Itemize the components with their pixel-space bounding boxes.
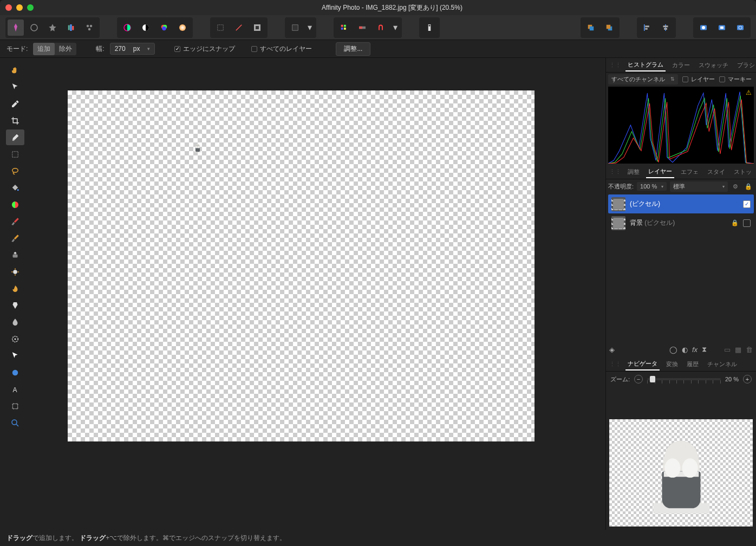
minimize-window-icon[interactable] [16,4,23,11]
opacity-select[interactable]: 100 % [637,182,667,191]
tonemap-persona-icon[interactable] [63,20,79,36]
gradient-tool-icon[interactable] [6,197,24,212]
histogram-channel-select[interactable]: すべてのチャンネル [608,74,678,84]
lock-icon[interactable]: 🔒 [743,183,754,190]
tab-adjustments[interactable]: 調整 [625,166,642,178]
grid-icon[interactable] [336,20,352,36]
mode-add-button[interactable]: 追加 [33,43,55,55]
slider-thumb-icon[interactable] [650,376,655,382]
develop-persona-icon[interactable] [44,20,61,36]
hist-layer-checkbox[interactable]: レイヤー [682,75,715,83]
invert-select-icon[interactable] [249,20,265,36]
zoom-tool-icon[interactable] [6,415,24,431]
pixel-grid-icon[interactable] [354,20,370,36]
fullscreen-window-icon[interactable] [27,4,34,11]
swatch-icon[interactable] [287,20,303,36]
shape-tool-icon[interactable] [6,365,24,380]
mode-sub-button[interactable]: 除外 [55,43,76,55]
layer-row[interactable]: (ピクセル) [608,194,754,213]
assistant-icon[interactable] [421,20,438,36]
selection-brush-tool-icon[interactable] [6,129,24,145]
dodge-brush-tool-icon[interactable] [6,264,24,280]
auto-colors-icon[interactable] [156,20,172,36]
canvas-viewport[interactable] [30,58,605,530]
adjustment-layer-icon[interactable]: ◐ [682,346,688,354]
tab-channels[interactable]: チャンネル [705,359,739,370]
zoom-in-button[interactable]: + [743,375,752,384]
layer-row[interactable]: 背景 (ピクセル) 🔒 [608,213,754,232]
align-center-icon[interactable] [657,20,674,36]
paint-brush-tool-icon[interactable] [6,213,24,229]
flood-fill-tool-icon[interactable] [6,180,24,196]
export-persona-icon[interactable] [81,20,97,36]
mask-layer-icon[interactable]: ◯ [669,346,677,354]
delete-layer-icon[interactable]: 🗑 [746,346,753,354]
swatch-dropdown-icon[interactable]: ▾ [305,20,314,36]
auto-contrast-icon[interactable] [138,20,154,36]
align-left-icon[interactable] [639,20,655,36]
move-tool-icon[interactable] [6,79,24,95]
navigator-preview[interactable] [609,419,753,526]
erase-brush-tool-icon[interactable] [6,230,24,246]
tab-styles[interactable]: スタイ [705,166,727,178]
snapping-dropdown-icon[interactable]: ▾ [391,20,400,36]
panel-grip-icon[interactable]: ⋮⋮ [609,361,621,368]
snap-checkbox[interactable]: エッジにスナップ [174,44,235,54]
liquify-persona-icon[interactable] [26,20,42,36]
tab-navigator[interactable]: ナビゲータ [625,358,660,370]
hist-marquee-checkbox[interactable]: マーキー [719,75,752,83]
quick-mask-icon[interactable] [714,20,730,36]
tab-layers[interactable]: レイヤー [646,166,674,178]
tab-transform[interactable]: 変換 [664,359,680,370]
zoom-slider[interactable] [647,378,721,380]
width-input[interactable]: 270 px [110,43,155,55]
lasso-tool-icon[interactable] [6,163,24,179]
mesh-warp-tool-icon[interactable] [6,398,24,414]
clone-brush-tool-icon[interactable] [6,247,24,263]
live-filter-icon[interactable]: ⧗ [702,345,707,354]
smudge-brush-tool-icon[interactable] [6,297,24,313]
text-tool-icon[interactable]: A [6,381,24,397]
all-layers-checkbox[interactable]: すべてのレイヤー [251,44,312,54]
tab-swatches[interactable]: スウォッチ [696,60,731,71]
gear-icon[interactable]: ⚙ [731,183,740,190]
warning-icon[interactable]: ⚠ [746,89,752,96]
tab-color[interactable]: カラー [670,60,692,71]
document-canvas[interactable] [68,90,535,441]
inpainting-brush-tool-icon[interactable] [6,331,24,347]
visibility-checkbox[interactable] [743,200,751,208]
add-layer-icon[interactable]: ▦ [735,346,741,354]
visibility-checkbox[interactable] [743,219,751,227]
burn-brush-tool-icon[interactable] [6,281,24,296]
panel-grip-icon[interactable]: ⋮⋮ [609,168,621,176]
snapping-icon[interactable] [373,20,389,36]
tab-stock[interactable]: ストッ [732,166,754,178]
panel-grip-icon[interactable]: ⋮⋮ [609,62,621,69]
tab-brushes[interactable]: ブラシ [735,60,756,71]
auto-levels-icon[interactable] [119,20,135,36]
deselect-icon[interactable] [231,20,247,36]
hand-tool-icon[interactable] [6,62,24,78]
blend-mode-select[interactable]: 標準 [670,181,728,192]
blend-ranges-icon[interactable]: ◈ [609,346,615,354]
move-front-icon[interactable] [601,20,617,36]
mask-black-icon[interactable] [732,20,748,36]
close-window-icon[interactable] [5,4,12,11]
mask-white-icon[interactable] [695,20,712,36]
auto-wb-icon[interactable] [174,20,191,36]
marquee-tool-icon[interactable] [6,146,24,162]
blur-brush-tool-icon[interactable] [6,314,24,330]
color-picker-tool-icon[interactable] [6,96,24,112]
tab-histogram[interactable]: ヒストグラム [625,59,666,72]
tab-history[interactable]: 履歴 [685,359,701,370]
crop-tool-icon[interactable] [6,113,24,128]
photo-persona-icon[interactable] [8,20,24,36]
fx-icon[interactable]: fx [692,346,698,354]
move-back-icon[interactable] [583,20,599,36]
group-icon[interactable]: ▭ [724,346,731,354]
zoom-out-button[interactable]: − [634,375,643,384]
adjust-button[interactable]: 調整... [336,42,370,56]
tab-effects[interactable]: エフェ [679,166,701,178]
select-all-icon[interactable] [212,20,229,36]
pen-tool-icon[interactable] [6,348,24,363]
